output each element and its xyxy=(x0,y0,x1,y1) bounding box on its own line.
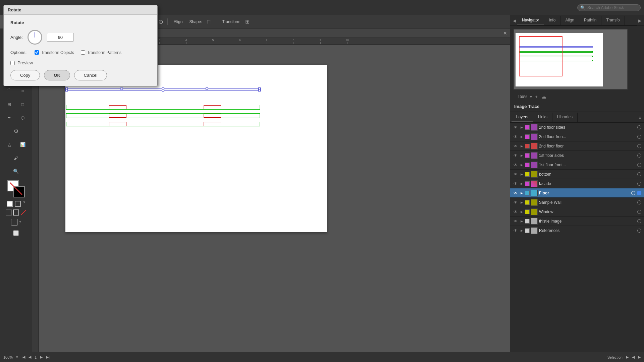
layer-target-1st-floor-sides[interactable] xyxy=(637,154,641,158)
tab-libraries[interactable]: Libraries xyxy=(552,113,578,122)
status-prev-btn[interactable]: |◀ xyxy=(21,355,25,359)
tab-align[interactable]: Align xyxy=(560,16,579,25)
polygon-tool[interactable]: △ xyxy=(3,138,15,150)
canvas-content[interactable] xyxy=(39,45,510,352)
layer-expand-2nd-floor-front[interactable]: ▶ xyxy=(520,135,524,139)
layer-expand-bottom[interactable]: ▶ xyxy=(520,172,524,176)
layer-visibility-1st-floor-front[interactable]: 👁 xyxy=(513,162,518,168)
panel-collapse-left[interactable]: ◀ xyxy=(512,17,517,24)
layer-expand-1st-floor-sides[interactable]: ▶ xyxy=(520,154,524,158)
selection-handle-mid1[interactable] xyxy=(120,87,123,90)
layer-target-sample-wall[interactable] xyxy=(637,200,641,204)
color-wheel-icon[interactable]: ⊙ xyxy=(158,18,163,25)
layer-target-references[interactable] xyxy=(637,229,641,233)
layer-item-sample-wall[interactable]: 👁 ▶ Sample Wall xyxy=(510,198,644,207)
selection-handle-mid2[interactable] xyxy=(206,87,208,90)
transform-icon[interactable]: ⊞ xyxy=(245,18,250,25)
layer-expand-floor[interactable]: ▶ xyxy=(520,191,524,195)
layer-visibility-facade[interactable]: 👁 xyxy=(513,181,518,186)
layer-visibility-window[interactable]: 👁 xyxy=(513,209,518,215)
layer-expand-sample-wall[interactable]: ▶ xyxy=(520,200,524,204)
selection-handle-bl[interactable] xyxy=(65,89,68,92)
chart-tool[interactable]: 📊 xyxy=(17,138,29,150)
tab-navigator[interactable]: Navigator xyxy=(517,16,544,25)
selected-element[interactable] xyxy=(66,88,260,91)
layer-expand-2nd-floor-floor[interactable]: ▶ xyxy=(520,144,524,148)
search-bar[interactable]: 🔍 xyxy=(577,4,641,11)
stroke-mode-btn[interactable] xyxy=(13,209,19,216)
layer-item-2nd-floor-floor[interactable]: 👁 ▶ 2nd floor floor xyxy=(510,141,644,151)
layer-visibility-thistle[interactable]: 👁 xyxy=(513,219,518,224)
layers-panel-menu-icon[interactable]: ≡ xyxy=(638,114,643,121)
fill-indicator[interactable] xyxy=(7,201,13,207)
layer-target-1st-floor-front[interactable] xyxy=(637,163,641,167)
layer-visibility-references[interactable]: 👁 xyxy=(513,228,518,233)
layers-panel[interactable]: 👁 ▶ 2nd floor sides 👁 ▶ 2nd floor fron..… xyxy=(510,123,644,352)
copy-button[interactable]: Copy xyxy=(10,70,40,80)
layer-expand-2nd-floor-sides[interactable]: ▶ xyxy=(520,125,524,129)
pen-tool[interactable]: ✒ xyxy=(3,112,15,124)
transform-patterns-option[interactable]: Transform Patterns xyxy=(81,50,121,55)
tab-links[interactable]: Links xyxy=(533,113,552,122)
layer-item-facade[interactable]: 👁 ▶ facade xyxy=(510,179,644,188)
align-label[interactable]: Align xyxy=(172,19,185,25)
zoom-dropdown[interactable]: ▾ xyxy=(16,355,18,359)
zoom-tool[interactable]: 🔍 xyxy=(10,165,22,177)
layer-target-2nd-floor-front[interactable] xyxy=(637,135,641,139)
selection-handle-br[interactable] xyxy=(258,89,261,92)
freeform-tool[interactable]: ⌒ xyxy=(3,85,15,97)
layer-item-bottom[interactable]: 👁 ▶ bottom xyxy=(510,170,644,179)
group-tool[interactable]: ⊞ xyxy=(3,98,15,110)
transform-tool[interactable]: ⧈ xyxy=(17,85,29,97)
angle-input[interactable] xyxy=(47,33,74,42)
layer-target-thistle[interactable] xyxy=(637,219,641,223)
shape-icon[interactable]: ⬚ xyxy=(207,18,212,25)
zoom-in-icon[interactable]: + xyxy=(535,95,538,99)
preview-row[interactable]: Preview xyxy=(10,60,151,65)
status-forward-btn[interactable]: ▶ xyxy=(40,355,43,359)
layer-expand-window[interactable]: ▶ xyxy=(520,210,524,214)
ok-button[interactable]: OK xyxy=(44,70,70,80)
zoom-percent[interactable]: 100% xyxy=(3,355,13,359)
layer-item-1st-floor-sides[interactable]: 👁 ▶ 1st floor sides xyxy=(510,151,644,160)
transform-objects-option[interactable]: Transform Objects xyxy=(35,50,74,55)
layer-visibility-2nd-floor-front[interactable]: 👁 xyxy=(513,134,518,139)
swap-icon[interactable]: ? xyxy=(23,201,25,207)
tab-layers[interactable]: Layers xyxy=(512,113,533,122)
layer-target-facade[interactable] xyxy=(637,182,641,186)
settings-tool[interactable]: ⚙ xyxy=(10,125,22,137)
zoom-value[interactable]: 100% xyxy=(518,95,527,99)
navigator-viewport[interactable] xyxy=(519,36,562,76)
layer-visibility-2nd-floor-sides[interactable]: 👁 xyxy=(513,125,518,130)
layer-expand-thistle[interactable]: ▶ xyxy=(520,219,524,223)
layer-target-bottom[interactable] xyxy=(637,172,641,176)
zoom-dropdown-icon[interactable]: ▾ xyxy=(530,95,532,99)
layer-expand-1st-floor-front[interactable]: ▶ xyxy=(520,163,524,167)
document-close-button[interactable]: ✕ xyxy=(503,31,507,36)
layer-item-2nd-floor-front[interactable]: 👁 ▶ 2nd floor fron... xyxy=(510,132,644,141)
layer-target-floor[interactable] xyxy=(631,191,635,195)
layer-item-floor[interactable]: 👁 ▶ Floor xyxy=(510,188,644,198)
gradient-mode-btn[interactable] xyxy=(20,209,26,216)
fill-mode-btn[interactable] xyxy=(6,209,12,216)
draw-normal-btn[interactable] xyxy=(11,219,18,226)
tab-info[interactable]: Info xyxy=(544,16,560,25)
layer-visibility-sample-wall[interactable]: 👁 xyxy=(513,200,518,205)
transform-patterns-checkbox[interactable] xyxy=(81,50,85,55)
tab-transfo[interactable]: Transfo xyxy=(601,16,625,25)
layer-target-2nd-floor-sides[interactable] xyxy=(637,125,641,129)
preview-checkbox[interactable] xyxy=(10,61,15,65)
tab-pathfin[interactable]: Pathfin xyxy=(579,16,601,25)
status-play-btn[interactable]: ▶ xyxy=(626,355,629,359)
cancel-button[interactable]: Cancel xyxy=(74,70,107,80)
layer-item-thistle-image[interactable]: 👁 ▶ thistle image xyxy=(510,217,644,226)
layer-item-1st-floor-front[interactable]: 👁 ▶ 1st floor front... xyxy=(510,160,644,170)
transform-label[interactable]: Transform xyxy=(220,19,242,25)
layer-expand-facade[interactable]: ▶ xyxy=(520,182,524,186)
layer-item-window[interactable]: 👁 ▶ Window xyxy=(510,207,644,217)
layer-item-2nd-floor-sides[interactable]: 👁 ▶ 2nd floor sides xyxy=(510,123,644,132)
layer-visibility-floor[interactable]: 👁 xyxy=(513,190,518,196)
node-tool[interactable]: ⬡ xyxy=(17,112,29,124)
artboard-tool[interactable]: ⬜ xyxy=(10,227,22,239)
panel-collapse-right[interactable]: ▶ xyxy=(637,17,643,24)
